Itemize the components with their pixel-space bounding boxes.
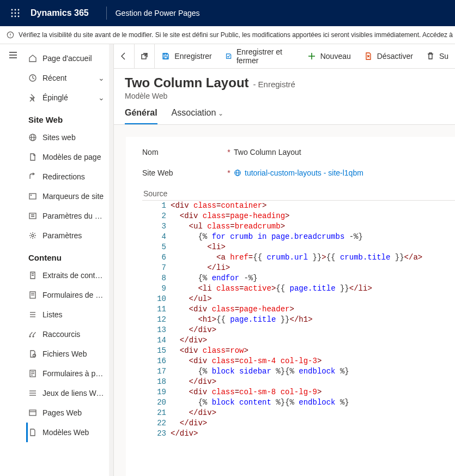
entity-label: Modèle Web [125, 92, 444, 100]
code-line[interactable]: 23</div> [142, 429, 455, 439]
sidebar-scrollbar[interactable] [109, 44, 113, 476]
button-label: Enregistrer et fermer [236, 47, 294, 65]
lookup-value[interactable]: tutorial-custom-layouts - site-l1qbm [234, 168, 363, 177]
globe-icon [234, 169, 241, 177]
brand-label[interactable]: Dynamics 365 [31, 8, 89, 18]
svg-point-8 [18, 16, 20, 17]
sidebar-item-snippets[interactable]: Extraits de contenu [26, 266, 109, 285]
code-line[interactable]: 20 {% block content %}{% endblock %} [142, 397, 455, 408]
sidebar-item-label: Raccourcis [43, 330, 80, 339]
form-body: Nom * Two Column Layout Site Web * tutor… [114, 125, 455, 476]
code-line[interactable]: 7 </li> [142, 263, 455, 273]
svg-point-3 [11, 13, 13, 14]
sidebar-item-lists[interactable]: Listes [26, 305, 109, 324]
sidebar-item-site-markers[interactable]: Marqueurs de site [26, 186, 109, 206]
sidebar-item-recent[interactable]: Récent ⌄ [26, 68, 109, 88]
sidebar-item-home[interactable]: Page d'accueil [26, 49, 109, 68]
open-new-window-button[interactable] [135, 44, 155, 68]
sidebar-item-link-sets[interactable]: Jeux de liens Web [26, 383, 109, 403]
deactivate-button[interactable]: Désactiver [357, 44, 420, 68]
tab-general[interactable]: Général [125, 108, 157, 124]
svg-rect-42 [164, 53, 167, 55]
sidebar-item-label: Récent [43, 74, 66, 82]
required-indicator: * [224, 168, 234, 177]
sidebar-item-label: Redirections [43, 172, 85, 181]
new-button[interactable]: Nouveau [301, 44, 357, 68]
sidebar-item-shortcuts[interactable]: Raccourcis [26, 324, 109, 344]
code-line[interactable]: 15 <div class=row> [142, 346, 455, 356]
tab-association[interactable]: Association⌄ [172, 108, 224, 124]
sidebar-item-redirects[interactable]: Redirections [26, 167, 109, 186]
record-status: - Enregistré [253, 80, 295, 89]
svg-rect-21 [29, 213, 36, 219]
sidebar-item-advanced-forms[interactable]: Formulaires à plus... [26, 364, 109, 383]
code-line[interactable]: 18 </div> [142, 377, 455, 387]
notification-text: Vérifiez la visibilité du site avant de … [19, 31, 455, 39]
notification-bar: Vérifiez la visibilité du site avant de … [0, 26, 455, 44]
sidebar-collapse[interactable] [0, 44, 26, 476]
code-line[interactable]: 21 </div> [142, 408, 455, 418]
sidebar-item-label: Paramètres du site [43, 212, 105, 220]
sidebar-item-label: Modèles de page [43, 153, 101, 161]
source-editor[interactable]: 1<div class=container>2 <div class=page-… [142, 200, 455, 439]
sidebar-item-pinned[interactable]: Épinglé ⌄ [26, 88, 109, 107]
code-line[interactable]: 14 </div> [142, 335, 455, 346]
code-line[interactable]: 12 <h1>{{ page.title }}</h1> [142, 315, 455, 325]
sidebar-item-web-files[interactable]: Fichiers Web [26, 344, 109, 364]
code-line[interactable]: 4 {% for crumb in page.breadcrumbs -%} [142, 232, 455, 242]
svg-point-22 [32, 234, 34, 237]
code-line[interactable]: 5 <li> [142, 242, 455, 252]
global-header: Dynamics 365 Gestion de Power Pages [0, 0, 455, 26]
back-button[interactable] [114, 44, 135, 68]
sidebar-item-label: Sites web [43, 133, 76, 142]
sidebar-item-label: Pages Web [43, 408, 82, 417]
code-line[interactable]: 8 {% endfor -%} [142, 273, 455, 284]
code-line[interactable]: 6 <a href={{ crumb.url }}>{{ crumb.title… [142, 252, 455, 263]
field-label: Site Web [142, 168, 224, 177]
button-label: Enregistrer [174, 52, 211, 61]
code-line[interactable]: 17 {% block sidebar %}{% endblock %} [142, 366, 455, 377]
field-label: Nom [142, 148, 224, 156]
svg-point-11 [10, 37, 10, 37]
code-line[interactable]: 3 <ul class=breadcrumb> [142, 221, 455, 232]
form-tabs: Général Association⌄ [114, 108, 455, 125]
code-line[interactable]: 9 <li class=active>{{ page.title }}</li> [142, 284, 455, 294]
code-line[interactable]: 1<div class=container> [142, 201, 455, 211]
svg-point-1 [15, 9, 16, 11]
sidebar-item-websites[interactable]: Sites web [26, 128, 109, 147]
sidebar-item-label: Formulaires à plus... [43, 369, 105, 378]
save-close-button[interactable]: Enregistrer et fermer [219, 44, 301, 68]
sidebar-item-web-templates[interactable]: Modèles Web [26, 423, 109, 442]
code-line[interactable]: 16 <div class=col-sm-4 col-lg-3> [142, 356, 455, 366]
code-line[interactable]: 2 <div class=page-heading> [142, 211, 455, 221]
sidebar-item-settings[interactable]: Paramètres [26, 226, 109, 245]
code-line[interactable]: 11 <div class=page-header> [142, 304, 455, 315]
svg-rect-19 [29, 194, 36, 199]
field-name[interactable]: Nom * Two Column Layout [142, 148, 455, 156]
app-launcher-icon[interactable] [2, 0, 28, 26]
sidebar-item-page-templates[interactable]: Modèles de page [26, 147, 109, 167]
record-header: Two Column Layout - Enregistré Modèle We… [114, 69, 455, 100]
code-line[interactable]: 22 </div> [142, 418, 455, 429]
code-line[interactable]: 13 </div> [142, 325, 455, 335]
field-website[interactable]: Site Web * tutorial-custom-layouts - sit… [142, 168, 455, 177]
chevron-down-icon: ⌄ [98, 93, 105, 102]
svg-point-29 [29, 336, 31, 337]
sidebar-item-basic-forms[interactable]: Formulaires de ba... [26, 285, 109, 305]
svg-point-4 [15, 13, 16, 14]
sidebar-item-web-pages[interactable]: Pages Web [26, 403, 109, 423]
svg-rect-39 [29, 410, 36, 415]
sidebar-item-label: Extraits de contenu [43, 271, 105, 280]
svg-point-20 [31, 195, 32, 196]
delete-button[interactable]: Su [420, 44, 455, 68]
sidebar-item-site-settings[interactable]: Paramètres du site [26, 206, 109, 226]
divider [106, 7, 107, 20]
save-button[interactable]: Enregistrer [155, 44, 218, 68]
app-name-label[interactable]: Gestion de Power Pages [116, 9, 200, 17]
sidebar-item-label: Fichiers Web [43, 350, 87, 358]
source-label: Source [143, 189, 455, 198]
code-line[interactable]: 10 </ul> [142, 294, 455, 304]
code-line[interactable]: 19 <div class=col-sm-8 col-lg-9> [142, 387, 455, 397]
svg-point-30 [33, 336, 34, 337]
svg-point-7 [15, 16, 16, 17]
